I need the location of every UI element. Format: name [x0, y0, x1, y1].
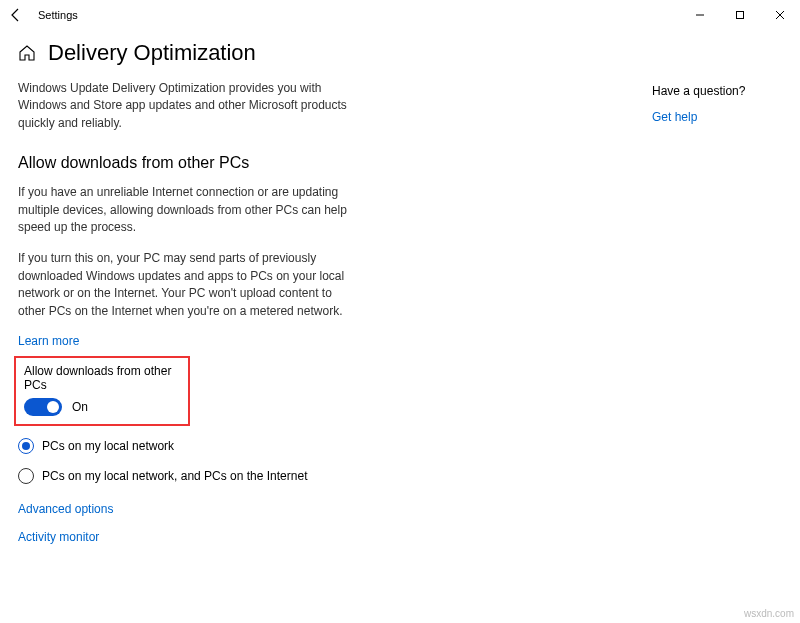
- page-title: Delivery Optimization: [48, 40, 256, 66]
- learn-more-link[interactable]: Learn more: [18, 334, 79, 348]
- radio-internet[interactable]: PCs on my local network, and PCs on the …: [18, 468, 358, 484]
- description-2: If you turn this on, your PC may send pa…: [18, 250, 358, 320]
- get-help-link[interactable]: Get help: [652, 110, 697, 124]
- radio-label: PCs on my local network: [42, 439, 174, 453]
- toggle-state: On: [72, 400, 88, 414]
- titlebar: Settings: [0, 0, 800, 30]
- intro-text: Windows Update Delivery Optimization pro…: [18, 80, 358, 132]
- radio-icon: [18, 438, 34, 454]
- home-icon[interactable]: [18, 44, 36, 62]
- close-button[interactable]: [760, 0, 800, 30]
- svg-rect-1: [737, 12, 744, 19]
- description-1: If you have an unreliable Internet conne…: [18, 184, 358, 236]
- section-heading: Allow downloads from other PCs: [18, 154, 358, 172]
- radio-label: PCs on my local network, and PCs on the …: [42, 469, 307, 483]
- side-heading: Have a question?: [652, 84, 782, 98]
- minimize-button[interactable]: [680, 0, 720, 30]
- radio-local-network[interactable]: PCs on my local network: [18, 438, 358, 454]
- page-header: Delivery Optimization: [0, 30, 800, 80]
- advanced-options-link[interactable]: Advanced options: [18, 502, 358, 516]
- highlight-box: Allow downloads from other PCs On: [14, 356, 190, 426]
- side-column: Have a question? Get help: [652, 80, 782, 558]
- toggle-label: Allow downloads from other PCs: [24, 364, 180, 392]
- watermark: wsxdn.com: [744, 608, 794, 619]
- main-column: Windows Update Delivery Optimization pro…: [18, 80, 358, 558]
- activity-monitor-link[interactable]: Activity monitor: [18, 530, 358, 544]
- radio-icon: [18, 468, 34, 484]
- allow-downloads-toggle[interactable]: [24, 398, 62, 416]
- back-button[interactable]: [8, 7, 24, 23]
- app-title: Settings: [38, 9, 78, 21]
- window-controls: [680, 0, 800, 30]
- maximize-button[interactable]: [720, 0, 760, 30]
